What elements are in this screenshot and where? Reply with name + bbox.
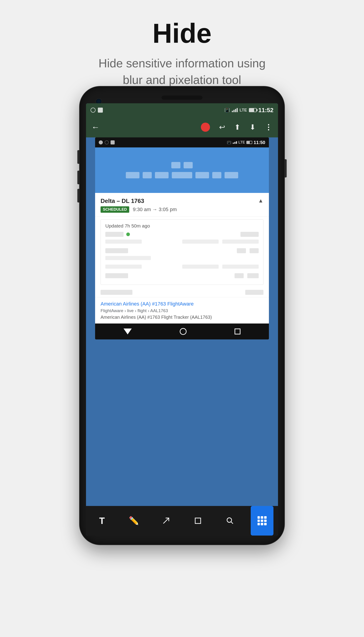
pixel-block-9 — [224, 172, 238, 178]
value-2-r2 — [247, 273, 259, 278]
crop-tool-button[interactable] — [186, 506, 209, 536]
status-left — [90, 108, 103, 112]
recents-nav-icon[interactable] — [234, 328, 240, 334]
value-row-2 — [105, 273, 259, 278]
inner-lte: LTE — [238, 140, 245, 144]
pixel-row-2 — [126, 172, 238, 178]
value-1-r2 — [250, 248, 259, 253]
app-bottom-toolbar: T ✏️ — [86, 506, 278, 536]
origin-area — [105, 232, 130, 237]
home-nav-icon[interactable] — [180, 328, 186, 335]
page-subtitle: Hide sensitive information using blur an… — [91, 55, 273, 88]
label-2-blur — [105, 256, 151, 260]
bottom-blur-left — [100, 290, 132, 295]
signal-bars — [232, 108, 238, 112]
more-menu-button[interactable]: ⋮ — [265, 123, 272, 132]
flight-time-row: SCHEDULED 9:30 am → 3:05 pm — [100, 206, 264, 213]
update-card: Updated 7h 50m ago — [100, 219, 264, 285]
share-button[interactable]: ⬆ — [234, 123, 240, 132]
airport-codes-row — [105, 232, 259, 237]
value-1-main — [105, 248, 128, 253]
bottom-blur-row — [95, 288, 269, 297]
inner-nav-bar — [95, 324, 269, 340]
gc6 — [264, 520, 267, 522]
pixel-block-5 — [155, 172, 168, 178]
label-3-left — [105, 264, 142, 269]
phone-top-bar — [86, 96, 278, 100]
gc9 — [264, 523, 267, 525]
value-row-1 — [105, 248, 259, 253]
back-button[interactable]: ← — [92, 122, 100, 132]
pen-tool-button[interactable]: ✏️ — [122, 506, 145, 536]
search-tool-button[interactable] — [219, 506, 242, 536]
inner-signal-2 — [234, 142, 236, 144]
flight-name: Delta – DL 1763 — [100, 198, 144, 204]
record-button[interactable] — [201, 122, 210, 132]
page-header: Hide Hide sensitive information using bl… — [0, 0, 364, 97]
grid-icon — [258, 516, 267, 525]
search-result-description: American Airlines (AA) #1763 Flight Trac… — [100, 315, 264, 320]
text-tool-button[interactable]: T — [90, 506, 113, 536]
grid-tool-button[interactable] — [251, 506, 274, 536]
gc8 — [261, 523, 263, 525]
arrow-tool-button[interactable] — [155, 506, 178, 536]
svg-rect-1 — [195, 518, 201, 524]
pen-tool-icon: ✏️ — [129, 516, 139, 526]
flight-info: Delta – DL 1763 — [100, 198, 144, 204]
label-1-blur — [105, 240, 142, 244]
status-dot — [126, 232, 130, 236]
svg-line-0 — [163, 518, 169, 524]
undo-button[interactable]: ↩ — [219, 123, 225, 132]
label-1-right-1 — [182, 240, 219, 244]
lte-label: LTE — [240, 108, 247, 112]
gc7 — [258, 523, 260, 525]
vibrate-icon: 📳 — [224, 108, 230, 113]
pixel-block-3 — [126, 172, 140, 178]
pixel-block-2 — [184, 162, 193, 168]
pixelated-area — [95, 148, 269, 193]
search-result-breadcrumb: FlightAware › live › flight › AAL1763 — [100, 308, 264, 313]
label-row-2 — [105, 256, 259, 262]
label-3-r2 — [222, 264, 259, 269]
value-2-right — [234, 273, 259, 278]
gc2 — [261, 516, 263, 519]
label-1-right — [182, 240, 259, 246]
search-tool-svg — [226, 516, 234, 525]
label-row-1 — [105, 240, 259, 246]
flight-header: Delta – DL 1763 ▲ — [100, 198, 264, 204]
inner-status-left — [99, 140, 115, 144]
status-circle-icon — [90, 108, 96, 112]
arrow-tool-svg — [162, 516, 170, 525]
label-1-right-2 — [222, 240, 259, 244]
download-button[interactable]: ⬇ — [250, 123, 256, 132]
signal-bar-3 — [235, 109, 236, 112]
back-nav-icon[interactable] — [124, 328, 132, 334]
text-tool-label: T — [99, 516, 105, 526]
gc3 — [264, 516, 267, 519]
status-icon-download — [98, 108, 103, 112]
update-text: Updated 7h 50m ago — [105, 223, 259, 229]
pixel-block-7 — [196, 172, 209, 178]
signal-bar-4 — [236, 108, 238, 112]
label-3-right — [182, 264, 259, 270]
phone-wrapper: 📳 LTE 11:52 ← — [80, 86, 284, 545]
snapchat-icon — [99, 140, 103, 144]
status-time: 11:52 — [258, 107, 274, 114]
gc4 — [258, 520, 260, 522]
pixel-block-4 — [143, 172, 152, 178]
inner-status-right: 📳 LTE 11:50 — [227, 140, 265, 145]
phone-frame: 📳 LTE 11:52 ← — [80, 86, 284, 545]
chevron-up-icon[interactable]: ▲ — [258, 198, 264, 204]
inner-screenshot: 📳 LTE 11:50 — [95, 138, 269, 340]
flight-time: 9:30 am → 3:05 pm — [133, 206, 177, 212]
pixel-row-1 — [171, 162, 193, 168]
search-result-1[interactable]: American Airlines (AA) #1763 FlightAware… — [95, 297, 269, 324]
inner-signal-bars — [233, 141, 237, 144]
phone-screen: 📳 LTE 11:52 ← — [86, 103, 278, 536]
signal-bar-1 — [232, 111, 233, 112]
inner-status-bar: 📳 LTE 11:50 — [95, 138, 269, 148]
inner-circle-icon — [105, 140, 109, 144]
inner-box-icon — [110, 140, 115, 144]
phone-speaker — [162, 96, 202, 100]
value-2-main — [105, 273, 128, 278]
